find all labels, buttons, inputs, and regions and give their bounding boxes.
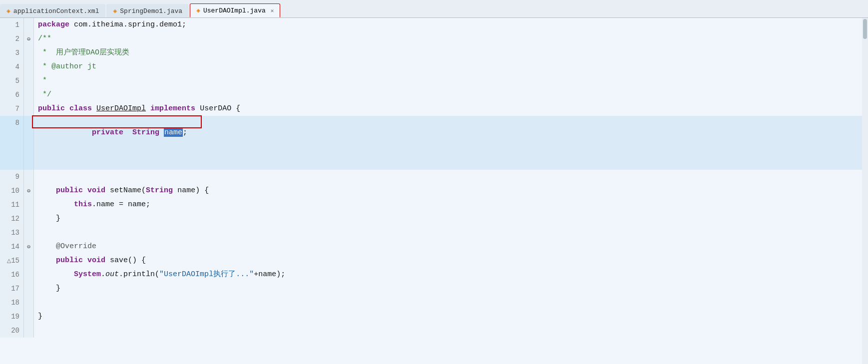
line-code-3[interactable]: * 用户管理DAO层实现类 — [34, 46, 868, 60]
line-gutter-5 — [24, 74, 34, 88]
line-code-8[interactable]: private String name; — [34, 116, 868, 170]
line-number-11: 11 — [0, 198, 24, 212]
line-gutter-4 — [24, 60, 34, 74]
line-gutter-1 — [24, 18, 34, 32]
code-line-12: 12 } — [0, 212, 868, 226]
code-line-16: 16 System.out.println("UserDAOImpl执行了...… — [0, 268, 868, 282]
line-number-18: 18 — [0, 296, 24, 310]
line-gutter-12 — [24, 212, 34, 226]
scrollbar[interactable] — [862, 18, 868, 364]
line-gutter-18 — [24, 296, 34, 310]
scrollbar-thumb[interactable] — [863, 19, 867, 39]
code-line-17: 17 } — [0, 282, 868, 296]
line-code-14[interactable]: @Override — [34, 240, 868, 254]
line-number-2: 2 — [0, 32, 24, 46]
line-number-1: 1 — [0, 18, 24, 32]
line-gutter-11 — [24, 198, 34, 212]
line-code-11[interactable]: this.name = name; — [34, 198, 868, 212]
tab-close-icon[interactable]: ✕ — [271, 7, 274, 14]
code-line-8: 8 private String name; — [0, 116, 868, 170]
line-number-6: 6 — [0, 88, 24, 102]
line-gutter-3 — [24, 46, 34, 60]
line-number-13: 13 — [0, 226, 24, 240]
line-number-5: 5 — [0, 74, 24, 88]
line-gutter-20 — [24, 324, 34, 338]
line-code-16[interactable]: System.out.println("UserDAOImpl执行了..."+n… — [34, 268, 868, 282]
line-number-3: 3 — [0, 46, 24, 60]
line-code-19[interactable]: } — [34, 310, 868, 324]
line-code-15[interactable]: public void save() { — [34, 254, 868, 268]
line-number-15: △15 — [0, 254, 24, 268]
line-code-5[interactable]: * — [34, 74, 868, 88]
code-line-15: △15 public void save() { — [0, 254, 868, 268]
tab-userdaoimpl[interactable]: ◈ UserDAOImpl.java ✕ — [190, 3, 280, 17]
line-gutter-17 — [24, 282, 34, 296]
code-line-18: 18 — [0, 296, 868, 310]
code-line-11: 11 this.name = name; — [0, 198, 868, 212]
line-number-20: 20 — [0, 324, 24, 338]
line-code-12[interactable]: } — [34, 212, 868, 226]
java-file-icon-active: ◈ — [196, 6, 200, 14]
line-code-17[interactable]: } — [34, 282, 868, 296]
code-line-5: 5 * — [0, 74, 868, 88]
line-number-19: 19 — [0, 310, 24, 324]
code-line-4: 4 * @author jt — [0, 60, 868, 74]
line-gutter-13 — [24, 226, 34, 240]
line-gutter-7 — [24, 102, 34, 116]
code-line-13: 13 — [0, 226, 868, 240]
code-line-1: 1 package com.itheima.spring.demo1; — [0, 18, 868, 32]
tab-label-active: UserDAOImpl.java — [203, 7, 266, 14]
line-gutter-6 — [24, 88, 34, 102]
line-code-6[interactable]: */ — [34, 88, 868, 102]
tab-springdemo1[interactable]: ◈ SpringDemo1.java — [106, 4, 189, 17]
code-line-2: 2 ⊖ /** — [0, 32, 868, 46]
line-number-12: 12 — [0, 212, 24, 226]
xml-file-icon: ◈ — [6, 7, 10, 15]
code-line-19: 19 } — [0, 310, 868, 324]
line-number-16: 16 — [0, 268, 24, 282]
line-code-9[interactable] — [34, 170, 868, 184]
code-line-3: 3 * 用户管理DAO层实现类 — [0, 46, 868, 60]
line-gutter-8 — [24, 116, 34, 170]
code-content: 1 package com.itheima.spring.demo1; 2 ⊖ … — [0, 18, 868, 338]
line-gutter-2: ⊖ — [24, 32, 34, 46]
line-gutter-19 — [24, 310, 34, 324]
line-gutter-15 — [24, 254, 34, 268]
line-number-17: 17 — [0, 282, 24, 296]
tab-label: applicationContext.xml — [13, 7, 99, 15]
line-number-8: 8 — [0, 116, 24, 170]
line-code-20[interactable] — [34, 324, 868, 338]
line-number-9: 9 — [0, 170, 24, 184]
line-code-18[interactable] — [34, 296, 868, 310]
tab-applicationcontext[interactable]: ◈ applicationContext.xml — [0, 4, 105, 17]
code-line-7: 7 public class UserDAOImpl implements Us… — [0, 102, 868, 116]
line-gutter-9 — [24, 170, 34, 184]
code-line-20: 20 — [0, 324, 868, 338]
line-gutter-10: ⊖ — [24, 184, 34, 198]
code-editor[interactable]: 1 package com.itheima.spring.demo1; 2 ⊖ … — [0, 18, 868, 364]
java-file-icon: ◈ — [113, 7, 117, 15]
line-code-7[interactable]: public class UserDAOImpl implements User… — [34, 102, 868, 116]
line-code-10[interactable]: public void setName(String name) { — [34, 184, 868, 198]
line-gutter-14: ⊖ — [24, 240, 34, 254]
line-gutter-16 — [24, 268, 34, 282]
line-number-14: 14 — [0, 240, 24, 254]
code-line-10: 10 ⊖ public void setName(String name) { — [0, 184, 868, 198]
tab-bar: ◈ applicationContext.xml ◈ SpringDemo1.j… — [0, 0, 868, 18]
line-code-1[interactable]: package com.itheima.spring.demo1; — [34, 18, 868, 32]
tab-label: SpringDemo1.java — [120, 7, 182, 15]
line-code-2[interactable]: /** — [34, 32, 868, 46]
line-code-13[interactable] — [34, 226, 868, 240]
code-line-14: 14 ⊖ @Override — [0, 240, 868, 254]
line-code-4[interactable]: * @author jt — [34, 60, 868, 74]
line-number-7: 7 — [0, 102, 24, 116]
code-line-6: 6 */ — [0, 88, 868, 102]
line-number-4: 4 — [0, 60, 24, 74]
code-line-9: 9 — [0, 170, 868, 184]
line-number-10: 10 — [0, 184, 24, 198]
